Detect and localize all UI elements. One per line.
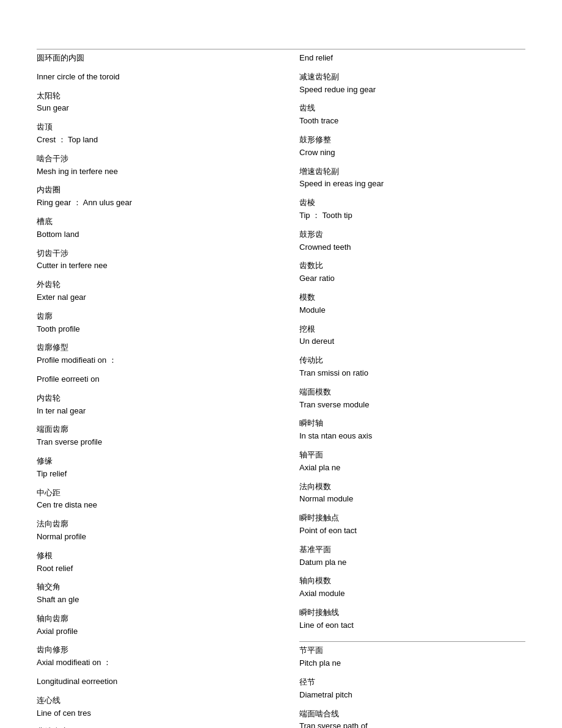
list-item: 齿棱Tip ： Tooth tip (299, 197, 525, 222)
term-chinese: 齿廓 (37, 310, 263, 323)
list-item: 槽底Bottom land (37, 216, 263, 241)
term-english: Root relief (37, 562, 263, 575)
term-english: Axial modifieati on ： (37, 657, 263, 669)
right-column: 减速齿轮副Speed redue ing gear齿线Tooth trace鼓形… (299, 71, 525, 728)
term-chinese: 修根 (37, 550, 263, 562)
term-english: Tip ： Tooth tip (299, 209, 525, 222)
term-chinese: 槽底 (37, 216, 263, 228)
list-item: 瞬时接触线Line of eon tact (299, 606, 525, 632)
term-chinese: 轴平面 (299, 449, 525, 462)
list-item: Profile eorreeti on (37, 373, 263, 386)
term-english: Crowned teeth (299, 241, 525, 254)
term-english: Tran sverse profile (37, 436, 263, 449)
list-item: 内齿圈Ring gear ： Ann ulus gear (37, 184, 263, 209)
list-item: 中心距Cen tre dista nee (37, 487, 263, 512)
term-english: Point of eon tact (299, 525, 525, 537)
term-english: Inner circle of the toroid (37, 71, 263, 84)
left-column: Inner circle of the toroid太阳轮Sun gear齿顶C… (37, 71, 263, 728)
term-english: Profile modifieati on ： (37, 354, 263, 367)
term-english: Bottom land (37, 228, 263, 241)
list-item: 径节Diametral pitch (299, 676, 525, 702)
list-item: 瞬时轴In sta ntan eous axis (299, 417, 525, 443)
list-item: 端面模数Tran sverse module (299, 386, 525, 412)
list-item: 轴平面Axial pla ne (299, 449, 525, 475)
term-english: Exter nal gear (37, 291, 263, 304)
term-english: In ter nal gear (37, 405, 263, 418)
right-header-label: End relief (299, 52, 525, 65)
list-item: 鼓形修整Crow ning (299, 134, 525, 159)
term-chinese: 齿廓修型 (37, 341, 263, 354)
term-chinese: 径节 (299, 676, 525, 689)
term-chinese: 轴向齿廓 (37, 613, 263, 625)
term-chinese: 齿棱 (299, 197, 525, 209)
list-item: 模数Module (299, 291, 525, 317)
term-chinese: 背锥齿廓 (37, 726, 263, 728)
term-english: Tran smissi on ratio (299, 367, 525, 380)
term-english: Normal profile (37, 531, 263, 544)
list-item: 齿向修形Axial modifieati on ： (37, 644, 263, 669)
list-item: 瞬时接触点Point of eon tact (299, 512, 525, 537)
term-english: Axial module (299, 588, 525, 600)
left-header: 圆环面的内圆 (37, 52, 263, 65)
term-chinese: 模数 (299, 291, 525, 304)
term-english: Crest ： Top land (37, 134, 263, 147)
list-item: 法向模数Normal module (299, 481, 525, 506)
list-item: 端面啮合线Tran sverse path of (299, 708, 525, 728)
list-item: 啮合干涉Mesh ing in terfere nee (37, 153, 263, 178)
term-english: In sta ntan eous axis (299, 430, 525, 443)
list-item: Longitudinal eorreetion (37, 675, 263, 688)
term-chinese: 轴交角 (37, 581, 263, 594)
term-english: Line of eon tact (299, 619, 525, 632)
term-english: Cen tre dista nee (37, 499, 263, 512)
term-chinese: 连心线 (37, 694, 263, 707)
list-item: 内齿轮In ter nal gear (37, 392, 263, 418)
list-item: 挖根Un dereut (299, 323, 525, 349)
list-item: 切齿干涉Cutter in terfere nee (37, 247, 263, 273)
term-english: Sun gear (37, 102, 263, 115)
term-chinese: 齿顶 (37, 121, 263, 134)
term-chinese: 齿线 (299, 102, 525, 115)
term-english: Cutter in terfere nee (37, 260, 263, 272)
list-item: 轴向齿廓Axial profile (37, 613, 263, 638)
term-english: Axial profile (37, 625, 263, 638)
term-chinese: 瞬时轴 (299, 417, 525, 430)
term-chinese: 鼓形修整 (299, 134, 525, 147)
list-item: 轴向模数Axial module (299, 575, 525, 600)
term-english: Crow ning (299, 147, 525, 159)
list-item: 齿廓修型Profile modifieati on ： (37, 341, 263, 367)
list-item: 修缘Tip relief (37, 455, 263, 481)
term-chinese: 法向齿廓 (37, 518, 263, 531)
term-english: Pitch pla ne (299, 657, 525, 670)
term-chinese: 内齿轮 (37, 392, 263, 405)
list-item: 外齿轮Exter nal gear (37, 278, 263, 304)
list-item: 端面齿廓Tran sverse profile (37, 423, 263, 449)
term-english: Ring gear ： Ann ulus gear (37, 197, 263, 209)
term-english: Shaft an gle (37, 594, 263, 606)
term-chinese: 传动比 (299, 354, 525, 367)
list-item: Inner circle of the toroid (37, 71, 263, 84)
term-english: Tooth trace (299, 115, 525, 128)
term-chinese: 瞬时接触线 (299, 606, 525, 619)
list-item: 法向齿廓Normal profile (37, 518, 263, 544)
list-item: 减速齿轮副Speed redue ing gear (299, 71, 525, 96)
list-item: 齿顶Crest ： Top land (37, 121, 263, 147)
term-english: Gear ratio (299, 272, 525, 285)
list-item: 齿数比Gear ratio (299, 260, 525, 285)
term-chinese: 中心距 (37, 487, 263, 500)
term-chinese: 内齿圈 (37, 184, 263, 197)
term-english: Un dereut (299, 335, 525, 348)
term-english: Tip relief (37, 468, 263, 481)
term-chinese: 轴向模数 (299, 575, 525, 588)
term-chinese: 挖根 (299, 323, 525, 336)
term-chinese: 增速齿轮副 (299, 166, 525, 178)
list-item: 背锥齿廓Baek cone tooth profile (37, 726, 263, 728)
term-chinese: 法向模数 (299, 481, 525, 493)
term-english: Tran sverse module (299, 399, 525, 412)
term-english: Longitudinal eorreetion (37, 675, 263, 688)
term-english: Diametral pitch (299, 689, 525, 702)
list-item: 鼓形齿Crowned teeth (299, 228, 525, 254)
term-chinese: 端面模数 (299, 386, 525, 399)
term-chinese: 齿数比 (299, 260, 525, 272)
term-chinese: 端面齿廓 (37, 423, 263, 436)
term-chinese: 基准平面 (299, 544, 525, 556)
